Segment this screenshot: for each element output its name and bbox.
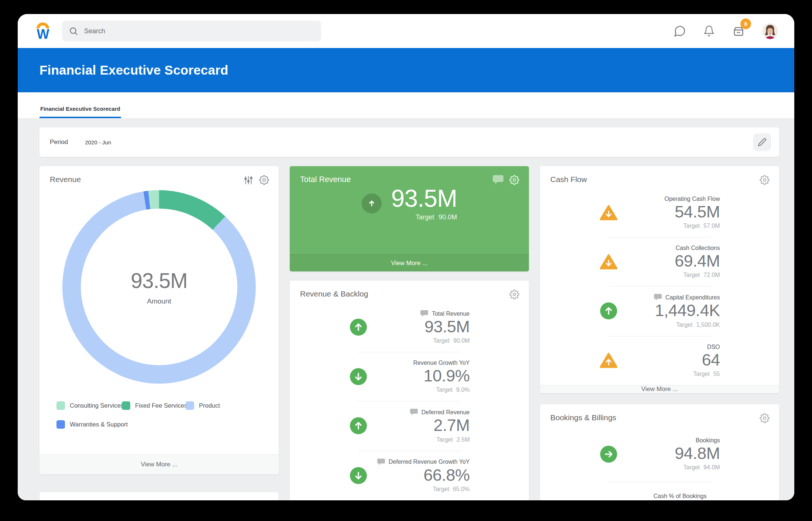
edit-period-button[interactable] — [753, 133, 771, 151]
kpi-text: Bookings 94.8M Target94.0M — [626, 437, 720, 471]
legend-item[interactable]: Warranties & Support — [56, 420, 122, 429]
comment-icon[interactable] — [493, 175, 503, 185]
legend-label: Product — [199, 402, 220, 409]
kpi-label: Total Revenue — [432, 311, 469, 317]
kpi-label: Deferred Revenue — [422, 409, 470, 416]
kpi-label-line: Operating Cash Flow — [626, 196, 720, 202]
kpi-value[interactable]: 66.8% — [376, 466, 470, 485]
revenue-card-header: Revenue — [39, 166, 279, 185]
kpi-status-icon — [599, 352, 618, 369]
legend-swatch — [56, 401, 65, 410]
kpi-label: Cash % of Bookings — [653, 493, 706, 500]
revenue-card-title: Revenue — [50, 175, 81, 184]
kpi-text: Total Revenue 93.5M Target90.0M — [376, 310, 470, 344]
cash-flow-view-more-button[interactable]: View More ... — [540, 385, 779, 393]
cash-flow-card: Cash Flow Operating Cash Flow 54.5M Targ… — [540, 166, 779, 393]
kpi-text: Cash Collections 69.4M Target72.0M — [626, 245, 720, 278]
topbar-icons: 8 — [673, 23, 778, 39]
kpi-text: Revenue Growth YoY 10.9% Target9.0% — [376, 360, 470, 393]
comment-icon[interactable] — [654, 294, 662, 301]
chat-icon[interactable] — [673, 25, 686, 38]
page-title: Financial Executive Scorecard — [39, 63, 228, 78]
kpi-value[interactable]: 10.9% — [376, 366, 470, 385]
search-bar[interactable] — [62, 21, 321, 41]
kpi-label: Operating Cash Flow — [664, 196, 720, 202]
tab-bar: Financial Executive Scorecard — [18, 92, 794, 118]
workday-logo-letter: W — [37, 29, 49, 40]
avatar[interactable] — [762, 23, 778, 39]
legend-item[interactable]: Consulting Services — [56, 401, 122, 410]
kpi-status-icon — [349, 368, 368, 385]
workday-logo[interactable]: W — [33, 23, 52, 40]
period-value: 2020 - Jun — [85, 139, 111, 145]
kpi-value[interactable]: 69.4M — [626, 251, 720, 271]
gear-icon[interactable] — [760, 175, 770, 185]
comment-icon[interactable] — [420, 310, 428, 317]
kpi-value[interactable]: 64 — [626, 350, 720, 370]
kpi-label: Capital Expenditures — [665, 294, 720, 301]
comment-icon[interactable] — [377, 459, 385, 466]
total-revenue-view-more-button[interactable]: View More ... — [290, 254, 529, 271]
kpi-label-line: Total Revenue — [376, 310, 470, 317]
total-revenue-header: Total Revenue — [290, 166, 529, 185]
gear-icon[interactable] — [760, 413, 770, 423]
kpi-target: Target94.0M — [626, 464, 720, 471]
legend-label: Consulting Services — [70, 402, 124, 409]
kpi-text: DSO 64 Target55 — [626, 344, 720, 377]
revenue-backlog-header: Revenue & Backlog — [290, 281, 529, 299]
kpi-target: Target65.0% — [376, 486, 470, 493]
kpi-row: Bookings 94.8M Target94.0M — [540, 426, 779, 482]
kpi-row: Deferred Revenue 2.7M Target2.5M — [290, 401, 529, 450]
kpi-label-line: Deferred Revenue Growth YoY — [376, 459, 470, 466]
notifications-bell-icon[interactable] — [703, 25, 715, 37]
gear-icon[interactable] — [509, 289, 519, 299]
kpi-label-line: DSO — [626, 344, 720, 350]
kpi-value[interactable]: 94.8M — [626, 444, 720, 463]
revenue-view-more-button[interactable]: View More ... — [39, 454, 279, 474]
left-column: Revenue 93.5M Amount — [39, 166, 279, 500]
tab-financial-executive-scorecard[interactable]: Financial Executive Scorecard — [39, 106, 121, 118]
gear-icon[interactable] — [509, 175, 519, 185]
kpi-row: Operating Cash Flow 54.5M Target57.0M — [540, 188, 779, 237]
trend-up-circle-icon — [362, 193, 382, 213]
donut-center: 93.5M Amount — [62, 190, 256, 384]
kpi-target: Target55 — [626, 371, 720, 377]
kpi-target: Target90.0M — [376, 337, 470, 344]
search-icon — [69, 26, 78, 36]
kpi-row: Total Revenue 93.5M Target90.0M — [290, 302, 529, 352]
gear-icon[interactable] — [259, 175, 269, 185]
inbox-tray-icon[interactable]: 8 — [732, 24, 745, 38]
content-area: Period 2020 - Jun Revenue — [18, 118, 794, 500]
kpi-text: Deferred Revenue 2.7M Target2.5M — [376, 409, 470, 443]
sliders-icon[interactable] — [244, 175, 253, 185]
bookings-rows: Bookings 94.8M Target94.0M Cash % of Boo… — [540, 426, 779, 500]
kpi-value[interactable]: 2.7M — [376, 416, 470, 435]
legend-item[interactable]: Product — [186, 401, 279, 410]
kpi-value[interactable]: 54.5M — [626, 202, 720, 222]
total-revenue-value[interactable]: 93.5M — [391, 186, 457, 211]
kpi-label: DSO — [707, 344, 720, 350]
kpi-status-icon — [599, 446, 618, 463]
legend-swatch — [56, 420, 65, 429]
kpi-text: Deferred Revenue Growth YoY 66.8% Target… — [376, 459, 470, 493]
partial-card — [39, 492, 279, 500]
kpi-status-icon — [599, 204, 618, 221]
kpi-text: Cash % of Bookings — [613, 493, 707, 500]
search-input[interactable] — [83, 27, 314, 35]
revenue-card-header-icons — [244, 175, 269, 185]
kpi-value[interactable]: 1,449.4K — [626, 301, 720, 320]
revenue-donut-chart[interactable]: 93.5M Amount — [62, 190, 256, 384]
cash-flow-title: Cash Flow — [550, 175, 587, 184]
donut-center-label: Amount — [147, 297, 171, 305]
kpi-status-icon — [599, 302, 618, 319]
comment-icon[interactable] — [410, 409, 418, 416]
kpi-value[interactable]: 93.5M — [376, 317, 470, 336]
bookings-billings-header: Bookings & Billings — [540, 404, 779, 423]
kpi-text: Operating Cash Flow 54.5M Target57.0M — [626, 196, 720, 229]
kpi-target: Target1,500.0K — [626, 322, 720, 328]
kpi-target: Target9.0% — [376, 387, 470, 393]
middle-column: Total Revenue 93.5M Target90.0M — [290, 166, 529, 500]
period-card: Period 2020 - Jun — [39, 127, 779, 157]
legend-item[interactable]: Fixed Fee Services — [122, 401, 186, 410]
total-revenue-body: 93.5M Target90.0M — [290, 186, 529, 221]
